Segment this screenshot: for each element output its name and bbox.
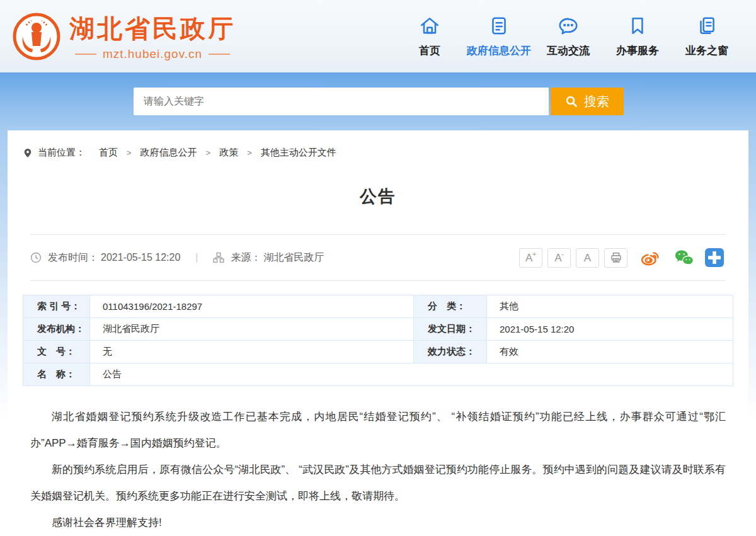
- document-meta-table: 索 引 号： 011043196/2021-18297 分 类： 其他 发布机构…: [23, 295, 733, 386]
- meta-value-index-no: 011043196/2021-18297: [90, 295, 414, 318]
- meta-value-category: 其他: [487, 295, 733, 318]
- site-header: 湖北省民政厅 mzt.hubei.gov.cn 首页 政府信息公开 互动交流: [0, 0, 756, 72]
- meta-value-doc-no: 无: [90, 341, 414, 363]
- source-value: 湖北省民政厅: [263, 251, 324, 265]
- article-body: 湖北省婚姻登记预约系统升级改造工作已基本完成，内地居民“结婚登记预约”、 “补领…: [23, 404, 733, 536]
- nav-item-business-window[interactable]: 业务之窗: [677, 14, 737, 58]
- article-card: 当前位置： 首页 > 政府信息公开 > 政策 > 其他主动公开文件 公告 发布时…: [8, 130, 748, 536]
- site-brand[interactable]: 湖北省民政厅 mzt.hubei.gov.cn: [13, 11, 236, 61]
- meta-label-validity: 效力状态：: [414, 341, 487, 363]
- nav-label: 业务之窗: [685, 43, 728, 58]
- publish-info: 发布时间：2021-05-15 12:20 | 来源：湖北省民政厅: [30, 251, 324, 265]
- site-domain: mzt.hubei.gov.cn: [75, 47, 230, 61]
- breadcrumb-separator: >: [127, 148, 132, 157]
- printer-icon: [610, 252, 622, 263]
- content-background: 当前位置： 首页 > 政府信息公开 > 政策 > 其他主动公开文件 公告 发布时…: [0, 130, 756, 536]
- meta-label-publisher: 发布机构：: [23, 318, 90, 341]
- paragraph: 感谢社会各界理解支持!: [30, 510, 726, 536]
- article-toolbar: A+ A- A: [519, 246, 726, 269]
- clock-icon: [30, 252, 42, 263]
- meta-value-publisher: 湖北省民政厅: [90, 318, 414, 341]
- breadcrumb-item-policy[interactable]: 政策: [219, 147, 238, 159]
- meta-label-name: 名 称：: [23, 363, 90, 386]
- paragraph: 湖北省婚姻登记预约系统升级改造工作已基本完成，内地居民“结婚登记预约”、 “补领…: [30, 404, 726, 457]
- font-decrease-button[interactable]: A-: [547, 248, 571, 268]
- search-box: 搜索: [134, 88, 624, 115]
- document-icon: [488, 14, 510, 37]
- print-button[interactable]: [604, 248, 627, 268]
- nav-item-gov-info[interactable]: 政府信息公开: [469, 14, 529, 58]
- publish-time: 2021-05-15 12:20: [101, 252, 180, 263]
- meta-label-doc-no: 文 号：: [23, 341, 90, 363]
- nav-label: 互动交流: [547, 43, 590, 58]
- brand-text: 湖北省民政厅 mzt.hubei.gov.cn: [69, 11, 236, 61]
- divider: [30, 280, 726, 281]
- nav-label: 政府信息公开: [467, 43, 531, 58]
- home-icon: [418, 14, 441, 37]
- publish-time-label: 发布时间：: [48, 251, 98, 265]
- table-row: 名 称： 公告: [23, 363, 733, 386]
- table-row: 索 引 号： 011043196/2021-18297 分 类： 其他: [23, 295, 733, 318]
- breadcrumb-separator: >: [206, 148, 211, 157]
- nav-item-interaction[interactable]: 互动交流: [538, 14, 598, 58]
- separator: |: [195, 252, 198, 263]
- breadcrumb: 当前位置： 首页 > 政府信息公开 > 政策 > 其他主动公开文件: [23, 130, 733, 159]
- meta-value-validity: 有效: [487, 341, 733, 363]
- font-reset-button[interactable]: A: [576, 248, 599, 268]
- nav-item-home[interactable]: 首页: [399, 14, 460, 58]
- site-title: 湖北省民政厅: [69, 11, 236, 46]
- location-pin-icon: [23, 148, 33, 158]
- meta-label-category: 分 类：: [414, 295, 487, 318]
- source-label: 来源：: [231, 251, 261, 265]
- search-button-label: 搜索: [584, 93, 609, 110]
- publish-row: 发布时间：2021-05-15 12:20 | 来源：湖北省民政厅 A+ A- …: [23, 235, 733, 280]
- breadcrumb-label: 当前位置：: [38, 147, 85, 159]
- meta-value-issue-date: 2021-05-15 12:20: [487, 318, 733, 341]
- meta-label-issue-date: 发文日期：: [414, 318, 487, 341]
- wechat-share-icon[interactable]: [673, 246, 696, 269]
- share-more-icon[interactable]: [703, 246, 726, 269]
- search-input[interactable]: [134, 88, 549, 115]
- font-increase-button[interactable]: A+: [519, 248, 542, 268]
- pages-icon: [696, 14, 718, 37]
- breadcrumb-item-other-docs[interactable]: 其他主动公开文件: [261, 147, 336, 159]
- search-button[interactable]: 搜索: [551, 88, 624, 115]
- ministry-logo-icon: [13, 13, 60, 60]
- chat-bubble-icon: [557, 14, 580, 37]
- main-nav: 首页 政府信息公开 互动交流 办事服务 业务之窗: [399, 14, 737, 58]
- nav-item-services[interactable]: 办事服务: [607, 14, 668, 58]
- source-icon: [213, 252, 224, 263]
- search-icon: [565, 95, 578, 108]
- breadcrumb-separator: >: [247, 148, 252, 157]
- page-title: 公告: [23, 185, 733, 208]
- weibo-share-icon[interactable]: [639, 246, 662, 269]
- bookmark-icon: [626, 14, 649, 37]
- table-row: 发布机构： 湖北省民政厅 发文日期： 2021-05-15 12:20: [23, 318, 733, 341]
- paragraph: 新的预约系统启用后，原有微信公众号“湖北民政”、 “武汉民政”及其他方式婚姻登记…: [30, 457, 726, 510]
- meta-value-name: 公告: [90, 363, 733, 386]
- search-band: 搜索: [0, 72, 756, 130]
- breadcrumb-item-home[interactable]: 首页: [99, 147, 118, 159]
- nav-label: 办事服务: [616, 43, 659, 58]
- breadcrumb-item-gov-info[interactable]: 政府信息公开: [140, 147, 197, 159]
- nav-label: 首页: [419, 43, 440, 58]
- meta-label-index-no: 索 引 号：: [23, 295, 90, 318]
- table-row: 文 号： 无 效力状态： 有效: [23, 341, 733, 363]
